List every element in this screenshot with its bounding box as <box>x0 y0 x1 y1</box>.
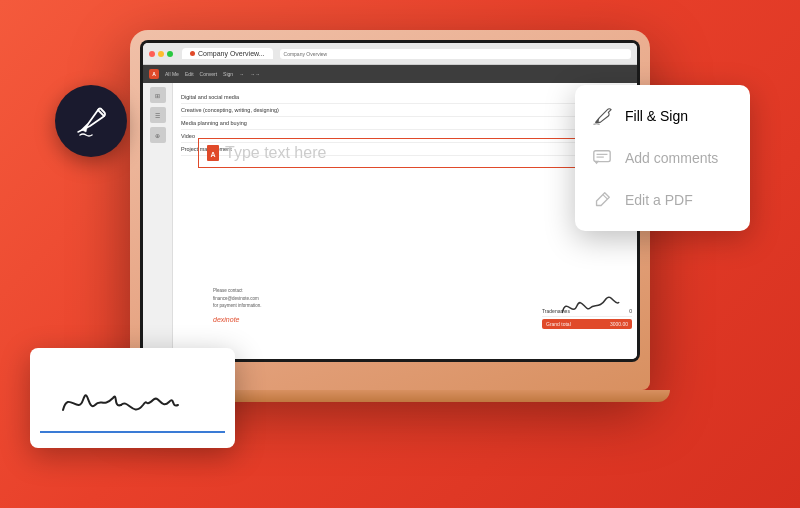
popup-item-fill-sign[interactable]: Fill & Sign <box>575 95 750 137</box>
adobe-logo: A <box>149 69 159 79</box>
table-label: Digital and social media <box>181 94 609 100</box>
menu-sign[interactable]: Sign <box>223 71 233 77</box>
table-label: Media planning and buying <box>181 120 609 126</box>
browser-tab[interactable]: Company Overview... <box>182 48 273 59</box>
contact-text: Please contactfinance@devinote.comfor pa… <box>213 288 262 307</box>
laptop-screen: Company Overview... Company Overview A A… <box>143 43 637 359</box>
sidebar-page-icon[interactable]: ☰ <box>150 107 166 123</box>
table-row: Creative (concepting, writing, designing… <box>181 104 629 117</box>
table-row: Digital and social media 0 <box>181 91 629 104</box>
document-area: ⊞ ☰ ⊕ Digital and social media 0 Creativ… <box>143 83 637 359</box>
pdf-icon: A <box>207 145 219 161</box>
menu-arrow1: → <box>239 71 244 77</box>
doc-sidebar: ⊞ ☰ ⊕ <box>143 83 173 359</box>
toolbar-menu: All Me Edit Convert Sign → →→ <box>165 71 260 77</box>
laptop-shell: Company Overview... Company Overview A A… <box>130 30 650 390</box>
type-text-field[interactable]: A Type text here <box>198 138 629 168</box>
add-comments-label: Add comments <box>625 150 718 166</box>
fill-sign-circle-icon <box>55 85 127 157</box>
popup-menu: Fill & Sign Add comments Edit a PDF <box>575 85 750 231</box>
edit-pdf-icon <box>591 189 613 211</box>
edit-pdf-label: Edit a PDF <box>625 192 693 208</box>
doc-content: Digital and social media 0 Creative (con… <box>173 83 637 359</box>
document-signature <box>556 287 624 327</box>
dexinote-logo: dexinote <box>213 308 253 329</box>
tab-favicon <box>190 51 195 56</box>
menu-allme[interactable]: All Me <box>165 71 179 77</box>
fill-sign-icon <box>591 105 613 127</box>
tradenames-value: 0 <box>629 308 632 314</box>
address-bar[interactable]: Company Overview <box>280 49 631 59</box>
popup-item-edit-pdf[interactable]: Edit a PDF <box>575 179 750 221</box>
signature-card <box>30 348 235 448</box>
svg-text:A: A <box>210 151 215 158</box>
table-row: Media planning and buying 0 <box>181 117 629 130</box>
fill-sign-label: Fill & Sign <box>625 108 688 124</box>
menu-arrow2: →→ <box>250 71 260 77</box>
adobe-toolbar: A All Me Edit Convert Sign → →→ <box>143 65 637 83</box>
svg-text:dexinote: dexinote <box>213 316 240 323</box>
screen-bezel: Company Overview... Company Overview A A… <box>140 40 640 362</box>
popup-item-add-comments[interactable]: Add comments <box>575 137 750 179</box>
signature-svg <box>53 370 213 425</box>
sidebar-home-icon[interactable]: ⊞ <box>150 87 166 103</box>
svg-rect-3 <box>594 151 610 162</box>
type-text-placeholder: Type text here <box>225 144 326 162</box>
contact-info: Please contactfinance@devinote.comfor pa… <box>213 287 262 309</box>
browser-minimize-dot <box>158 51 164 57</box>
address-text: Company Overview <box>284 51 328 57</box>
tab-label: Company Overview... <box>198 50 265 57</box>
menu-convert[interactable]: Convert <box>200 71 218 77</box>
signature-inner <box>40 363 225 433</box>
comment-icon <box>591 147 613 169</box>
browser-close-dot <box>149 51 155 57</box>
sidebar-bookmark-icon[interactable]: ⊕ <box>150 127 166 143</box>
table-label: Creative (concepting, writing, designing… <box>181 107 609 113</box>
browser-maximize-dot <box>167 51 173 57</box>
menu-edit[interactable]: Edit <box>185 71 194 77</box>
browser-chrome: Company Overview... Company Overview <box>143 43 637 65</box>
